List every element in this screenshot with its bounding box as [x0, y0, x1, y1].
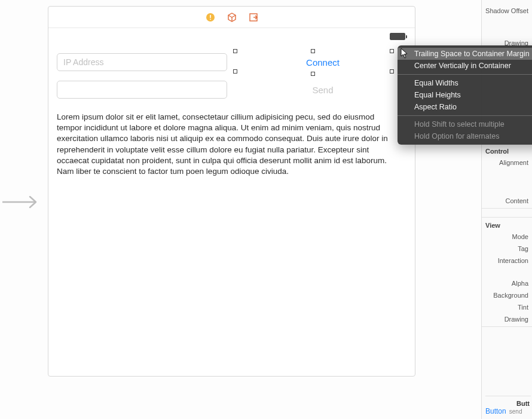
constraint-context-menu[interactable]: Trailing Space to Container Margin Cente… [398, 45, 532, 145]
svg-marker-10 [401, 48, 407, 58]
connect-button[interactable]: Connect [300, 55, 346, 70]
menu-item-equal-heights[interactable]: Equal Heights [398, 89, 532, 101]
exit-icon[interactable] [248, 12, 259, 23]
svg-rect-2 [210, 15, 211, 18]
selection-handle[interactable] [311, 49, 315, 53]
menu-hint-option: Hold Option for alternates [398, 130, 532, 142]
object-sub-label: send [509, 408, 522, 415]
inspector-separator [482, 208, 532, 209]
inspector-label-background: Background [482, 289, 532, 301]
selection-handle[interactable] [311, 72, 315, 76]
inspector-separator [482, 217, 532, 218]
menu-item-equal-widths[interactable]: Equal Widths [398, 77, 532, 89]
view-content: Connect Send Lorem ipsum dolor sit er el… [48, 45, 415, 185]
message-field[interactable] [57, 81, 227, 99]
inspector-label-alpha: Alpha [482, 277, 532, 289]
inspector-label-tint: Tint [482, 301, 532, 313]
send-button-container: Send [239, 82, 406, 97]
interface-builder-canvas[interactable]: Connect Send Lorem ipsum dolor sit er el… [48, 6, 415, 377]
cube-icon[interactable] [227, 12, 237, 23]
object-class-name[interactable]: Button [485, 407, 506, 415]
connect-button-container: Connect [239, 55, 406, 70]
svg-line-5 [228, 15, 232, 17]
inspector-label-drawing2: Drawing [482, 313, 532, 325]
menu-separator [398, 115, 532, 116]
inspector-section-view: View [482, 219, 532, 231]
svg-rect-3 [210, 19, 211, 20]
menu-hint-shift: Hold Shift to select multiple [398, 118, 532, 130]
inspector-label-alignment: Alignment [482, 157, 532, 169]
selection-handle[interactable] [390, 69, 394, 74]
inspector-label-tag: Tag [482, 243, 532, 255]
selection-handle[interactable] [233, 49, 237, 53]
inspector-label-content: Content [482, 195, 532, 207]
warning-icon[interactable] [205, 12, 216, 23]
selection-handle[interactable] [233, 69, 237, 74]
menu-separator [398, 74, 532, 75]
object-title: Butt [485, 400, 531, 407]
send-button[interactable]: Send [306, 82, 339, 97]
inspector-label-mode: Mode [482, 231, 532, 243]
canvas-toolbar [48, 7, 415, 28]
menu-item-center-vertically[interactable]: Center Vertically in Container [398, 60, 532, 72]
battery-icon [390, 33, 405, 40]
inspector-label-interaction: Interaction [482, 255, 532, 267]
inspector-section-control: Control [482, 145, 532, 157]
guide-arrow [0, 190, 43, 214]
inspector-separator [482, 326, 532, 327]
inspector-label-shadow-offset: Shadow Offset [482, 5, 532, 17]
selection-handle[interactable] [390, 49, 394, 53]
mouse-cursor-icon [400, 48, 409, 61]
lorem-text-view[interactable]: Lorem ipsum dolor sit er elit lamet, con… [57, 112, 400, 177]
menu-item-trailing-space[interactable]: Trailing Space to Container Margin [398, 48, 532, 60]
ip-address-field[interactable] [57, 53, 227, 71]
inspector-object-summary: Butt Button send [485, 396, 531, 415]
menu-item-aspect-ratio[interactable]: Aspect Ratio [398, 101, 532, 113]
svg-line-6 [232, 15, 236, 17]
